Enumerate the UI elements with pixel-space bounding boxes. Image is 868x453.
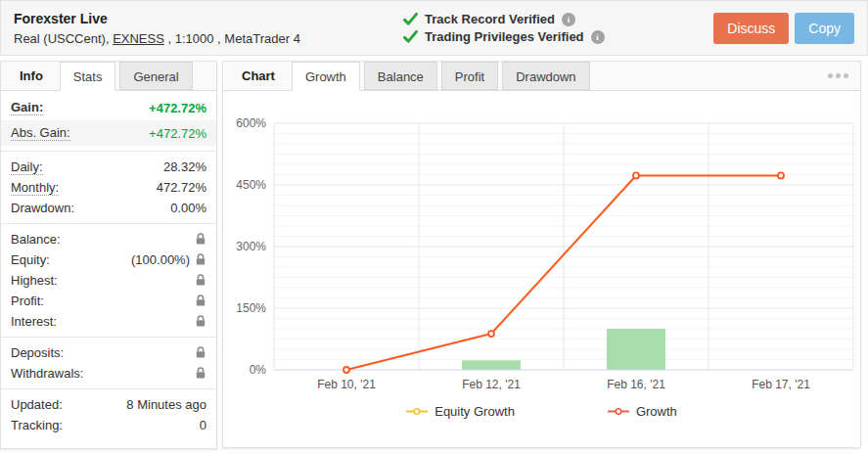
- lock-icon: [195, 315, 206, 328]
- stat-value-balance: [195, 233, 206, 246]
- svg-text:Feb 10, '21: Feb 10, '21: [317, 378, 376, 391]
- stat-row-deposits: Deposits:: [1, 342, 216, 363]
- stat-label-updated: Updated:: [11, 397, 63, 412]
- badge-label: Trading Privileges Verified: [425, 29, 584, 44]
- stats-sidebar: InfoStatsGeneral Gain: +472.72%Abs. Gain…: [0, 61, 217, 449]
- header-buttons: Discuss Copy: [713, 13, 854, 44]
- discuss-button[interactable]: Discuss: [713, 13, 789, 44]
- stat-row-updated: Updated: 8 Minutes ago: [1, 394, 216, 415]
- svg-text:0%: 0%: [250, 363, 267, 377]
- stat-label-equity: Equity:: [11, 252, 50, 267]
- stat-label-profit: Profit:: [11, 294, 44, 308]
- svg-text:450%: 450%: [236, 178, 266, 192]
- legend-marker-icon: [608, 407, 629, 416]
- stat-row-interest: Interest:: [1, 311, 216, 332]
- legend-label: Equity Growth: [434, 404, 515, 419]
- chart-tab-drawdown[interactable]: Drawdown: [502, 62, 589, 90]
- check-icon: [403, 13, 418, 25]
- lock-icon: [195, 367, 206, 380]
- stat-row-tracking: Tracking: 0: [1, 415, 216, 435]
- stat-value-highest: [195, 274, 206, 287]
- svg-text:Feb 12, '21: Feb 12, '21: [462, 378, 521, 391]
- stat-row-highest: Highest:: [1, 270, 216, 291]
- stat-value-drawdown: 0.00%: [170, 201, 206, 215]
- sidebar-tab-info[interactable]: Info: [7, 62, 56, 90]
- copy-button[interactable]: Copy: [795, 13, 854, 44]
- legend-item-equity-growth[interactable]: Equity Growth: [406, 404, 515, 419]
- growth-chart[interactable]: 0%150%300%450%600%Feb 10, '21Feb 12, '21…: [223, 95, 859, 394]
- svg-text:150%: 150%: [236, 301, 266, 315]
- page-title: Forexster Live: [14, 11, 403, 26]
- lock-icon: [195, 233, 206, 246]
- badge-label: Track Record Verified: [425, 12, 555, 26]
- account-leverage-platform: , 1:1000 , MetaTrader 4: [164, 31, 300, 46]
- account-header: Forexster Live Real (USCCent), EXNESS , …: [0, 0, 868, 56]
- group-divider: [1, 388, 216, 389]
- stat-row-monthly: Monthly: 472.72%: [1, 177, 216, 198]
- stats-rows: Gain: +472.72%Abs. Gain: +472.72%Daily: …: [1, 91, 216, 435]
- chart-tab-balance[interactable]: Balance: [364, 62, 437, 90]
- chart-tab-profit[interactable]: Profit: [441, 62, 498, 90]
- lock-icon: [195, 253, 206, 266]
- svg-text:Feb 16, '21: Feb 16, '21: [607, 378, 665, 391]
- info-icon[interactable]: i: [562, 13, 575, 26]
- group-divider: [1, 223, 216, 224]
- lock-icon: [195, 346, 206, 359]
- stat-label-withdrawals: Withdrawals:: [11, 366, 83, 381]
- badge-track-record-verified: Track Record Verified i: [403, 12, 713, 26]
- stat-value-monthly: 472.72%: [157, 180, 206, 195]
- lock-icon: [195, 294, 206, 307]
- legend-item-growth[interactable]: Growth: [608, 404, 677, 419]
- stat-row-drawdown: Drawdown: 0.00%: [1, 198, 216, 218]
- stat-value-abs-gain: +472.72%: [149, 126, 206, 141]
- group-divider: [1, 151, 216, 152]
- svg-text:600%: 600%: [236, 116, 266, 130]
- account-title-block: Forexster Live Real (USCCent), EXNESS , …: [14, 11, 403, 46]
- stat-value-deposits: [195, 346, 206, 359]
- stat-row-abs-gain: Abs. Gain: +472.72%: [1, 120, 216, 146]
- stat-row-balance: Balance:: [1, 229, 216, 249]
- stat-label-tracking: Tracking:: [11, 418, 63, 432]
- stat-label-deposits: Deposits:: [11, 345, 64, 360]
- stat-value-gain: +472.72%: [149, 101, 206, 115]
- sidebar-tabstrip: InfoStatsGeneral: [1, 62, 216, 91]
- stat-row-profit: Profit:: [1, 291, 216, 311]
- info-icon[interactable]: i: [591, 30, 605, 44]
- stat-label-abs-gain[interactable]: Abs. Gain:: [11, 125, 70, 141]
- stat-row-withdrawals: Withdrawals:: [1, 363, 216, 384]
- legend-label: Growth: [636, 404, 677, 419]
- legend-marker-icon: [406, 407, 428, 416]
- stat-label-daily[interactable]: Daily:: [11, 159, 43, 175]
- stat-row-daily: Daily: 28.32%: [1, 157, 216, 177]
- stat-value-daily: 28.32%: [163, 159, 206, 174]
- stat-label-drawdown: Drawdown:: [11, 201, 74, 215]
- stat-label-interest: Interest:: [11, 314, 57, 329]
- stat-label-monthly[interactable]: Monthly:: [11, 180, 59, 196]
- lock-icon: [195, 274, 206, 287]
- chart-tabstrip: ChartGrowthBalanceProfitDrawdown: [223, 62, 860, 91]
- verification-badges: Track Record Verified i Trading Privileg…: [403, 9, 713, 47]
- chart-panel: ChartGrowthBalanceProfitDrawdown 0%150%3…: [222, 61, 861, 448]
- stat-value-tracking: 0: [200, 418, 206, 432]
- stat-label-highest: Highest:: [11, 273, 58, 288]
- broker-link[interactable]: EXNESS: [113, 31, 164, 46]
- sidebar-tab-stats[interactable]: Stats: [60, 62, 116, 91]
- group-divider: [1, 337, 216, 338]
- stat-row-gain: Gain: +472.72%: [1, 95, 216, 120]
- stat-value-profit: [195, 294, 206, 307]
- account-type: Real (USCCent),: [14, 31, 113, 46]
- stat-label-balance: Balance:: [11, 232, 61, 247]
- chart-legend: Equity Growth Growth: [223, 404, 860, 419]
- stat-row-equity: Equity: (100.00%): [1, 249, 216, 270]
- chart-tab-growth[interactable]: Growth: [292, 62, 360, 91]
- stat-value-interest: [195, 315, 206, 328]
- stat-value-updated: 8 Minutes ago: [126, 397, 206, 412]
- stat-label-gain[interactable]: Gain:: [11, 100, 43, 115]
- svg-text:300%: 300%: [236, 240, 266, 253]
- chart-tab-chart[interactable]: Chart: [229, 62, 288, 90]
- badge-trading-privileges-verified: Trading Privileges Verified i: [403, 29, 713, 44]
- ellipsis-menu-icon[interactable]: [828, 73, 848, 78]
- stat-value-withdrawals: [195, 367, 206, 380]
- sidebar-tab-general[interactable]: General: [119, 62, 192, 90]
- svg-text:Feb 17, '21: Feb 17, '21: [752, 378, 810, 391]
